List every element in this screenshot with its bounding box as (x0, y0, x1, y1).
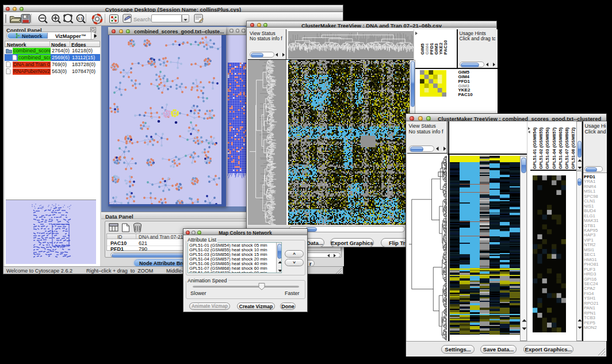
svg-text:1:1: 1:1 (78, 17, 83, 20)
